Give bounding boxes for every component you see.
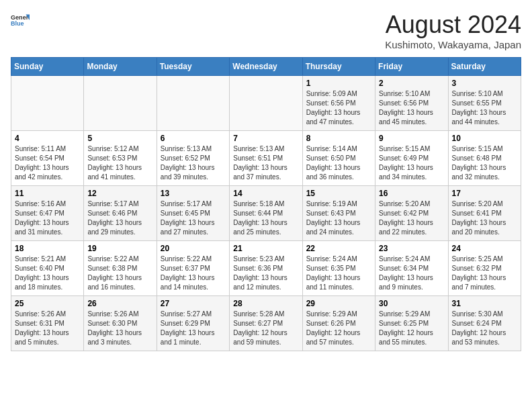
calendar-cell: 19Sunrise: 5:22 AM Sunset: 6:38 PM Dayli… xyxy=(84,241,157,296)
day-number: 5 xyxy=(87,134,152,143)
day-info: Sunrise: 5:26 AM Sunset: 6:31 PM Dayligh… xyxy=(15,310,80,347)
day-number: 26 xyxy=(87,299,152,308)
day-number: 4 xyxy=(15,134,80,143)
day-info: Sunrise: 5:25 AM Sunset: 6:32 PM Dayligh… xyxy=(452,255,517,292)
calendar-cell: 16Sunrise: 5:20 AM Sunset: 6:42 PM Dayli… xyxy=(375,186,448,241)
day-number: 6 xyxy=(161,134,226,143)
calendar-week-3: 11Sunrise: 5:16 AM Sunset: 6:47 PM Dayli… xyxy=(11,186,521,241)
day-info: Sunrise: 5:11 AM Sunset: 6:54 PM Dayligh… xyxy=(15,144,80,182)
day-number: 27 xyxy=(161,299,226,308)
calendar-cell: 1Sunrise: 5:09 AM Sunset: 6:56 PM Daylig… xyxy=(302,76,375,131)
calendar-cell: 13Sunrise: 5:17 AM Sunset: 6:45 PM Dayli… xyxy=(157,186,229,241)
day-info: Sunrise: 5:26 AM Sunset: 6:30 PM Dayligh… xyxy=(87,310,152,347)
day-info: Sunrise: 5:09 AM Sunset: 6:56 PM Dayligh… xyxy=(306,89,371,127)
day-number: 14 xyxy=(233,189,298,198)
day-number: 16 xyxy=(379,189,444,198)
calendar-cell: 24Sunrise: 5:25 AM Sunset: 6:32 PM Dayli… xyxy=(448,241,521,296)
day-number: 28 xyxy=(233,299,298,308)
day-number: 22 xyxy=(306,244,371,253)
page-subtitle: Kushimoto, Wakayama, Japan xyxy=(385,39,521,50)
calendar-cell: 31Sunrise: 5:30 AM Sunset: 6:24 PM Dayli… xyxy=(448,296,521,351)
weekday-row: SundayMondayTuesdayWednesdayThursdayFrid… xyxy=(11,58,521,76)
calendar-cell: 2Sunrise: 5:10 AM Sunset: 6:56 PM Daylig… xyxy=(375,76,448,131)
calendar-cell: 27Sunrise: 5:27 AM Sunset: 6:29 PM Dayli… xyxy=(157,296,229,351)
calendar-cell: 4Sunrise: 5:11 AM Sunset: 6:54 PM Daylig… xyxy=(11,131,84,186)
calendar-cell xyxy=(157,76,229,131)
calendar-body: 1Sunrise: 5:09 AM Sunset: 6:56 PM Daylig… xyxy=(11,76,521,351)
day-info: Sunrise: 5:17 AM Sunset: 6:45 PM Dayligh… xyxy=(161,199,226,237)
day-info: Sunrise: 5:10 AM Sunset: 6:56 PM Dayligh… xyxy=(379,89,444,127)
day-info: Sunrise: 5:27 AM Sunset: 6:29 PM Dayligh… xyxy=(161,310,226,347)
day-info: Sunrise: 5:17 AM Sunset: 6:46 PM Dayligh… xyxy=(87,199,152,237)
calendar-cell: 6Sunrise: 5:13 AM Sunset: 6:52 PM Daylig… xyxy=(157,131,229,186)
calendar-cell: 20Sunrise: 5:22 AM Sunset: 6:37 PM Dayli… xyxy=(157,241,229,296)
day-info: Sunrise: 5:13 AM Sunset: 6:52 PM Dayligh… xyxy=(161,144,226,182)
logo: General Blue xyxy=(11,11,30,30)
day-number: 23 xyxy=(379,244,444,253)
calendar-cell: 3Sunrise: 5:10 AM Sunset: 6:55 PM Daylig… xyxy=(448,76,521,131)
day-info: Sunrise: 5:20 AM Sunset: 6:42 PM Dayligh… xyxy=(379,199,444,237)
calendar-cell: 5Sunrise: 5:12 AM Sunset: 6:53 PM Daylig… xyxy=(84,131,157,186)
day-info: Sunrise: 5:19 AM Sunset: 6:43 PM Dayligh… xyxy=(306,199,371,237)
day-number: 7 xyxy=(233,134,298,143)
calendar-week-2: 4Sunrise: 5:11 AM Sunset: 6:54 PM Daylig… xyxy=(11,131,521,186)
calendar-cell: 10Sunrise: 5:15 AM Sunset: 6:48 PM Dayli… xyxy=(448,131,521,186)
day-number: 17 xyxy=(452,189,517,198)
day-number: 18 xyxy=(15,244,80,253)
day-info: Sunrise: 5:22 AM Sunset: 6:38 PM Dayligh… xyxy=(87,255,152,292)
calendar-cell xyxy=(11,76,84,131)
logo-icon: General Blue xyxy=(11,11,30,30)
day-number: 8 xyxy=(306,134,371,143)
title-area: August 2024 Kushimoto, Wakayama, Japan xyxy=(385,11,521,50)
day-number: 20 xyxy=(161,244,226,253)
day-number: 11 xyxy=(15,189,80,198)
day-info: Sunrise: 5:15 AM Sunset: 6:48 PM Dayligh… xyxy=(452,144,517,182)
day-number: 29 xyxy=(306,299,371,308)
calendar-cell: 18Sunrise: 5:21 AM Sunset: 6:40 PM Dayli… xyxy=(11,241,84,296)
day-number: 31 xyxy=(452,299,517,308)
calendar-cell: 8Sunrise: 5:14 AM Sunset: 6:50 PM Daylig… xyxy=(302,131,375,186)
page-title: August 2024 xyxy=(385,11,521,39)
calendar-cell: 29Sunrise: 5:29 AM Sunset: 6:26 PM Dayli… xyxy=(302,296,375,351)
day-number: 25 xyxy=(15,299,80,308)
day-number: 12 xyxy=(87,189,152,198)
day-info: Sunrise: 5:23 AM Sunset: 6:36 PM Dayligh… xyxy=(233,255,298,292)
calendar-week-5: 25Sunrise: 5:26 AM Sunset: 6:31 PM Dayli… xyxy=(11,296,521,351)
calendar-table: SundayMondayTuesdayWednesdayThursdayFrid… xyxy=(11,57,521,351)
calendar-cell: 7Sunrise: 5:13 AM Sunset: 6:51 PM Daylig… xyxy=(230,131,302,186)
weekday-header-wednesday: Wednesday xyxy=(230,58,302,76)
calendar-cell: 14Sunrise: 5:18 AM Sunset: 6:44 PM Dayli… xyxy=(230,186,302,241)
day-info: Sunrise: 5:24 AM Sunset: 6:35 PM Dayligh… xyxy=(306,255,371,292)
day-number: 24 xyxy=(452,244,517,253)
weekday-header-thursday: Thursday xyxy=(302,58,375,76)
calendar-cell: 30Sunrise: 5:29 AM Sunset: 6:25 PM Dayli… xyxy=(375,296,448,351)
svg-text:Blue: Blue xyxy=(11,20,24,27)
day-info: Sunrise: 5:13 AM Sunset: 6:51 PM Dayligh… xyxy=(233,144,298,182)
day-info: Sunrise: 5:20 AM Sunset: 6:41 PM Dayligh… xyxy=(452,199,517,237)
calendar-cell: 28Sunrise: 5:28 AM Sunset: 6:27 PM Dayli… xyxy=(230,296,302,351)
day-number: 30 xyxy=(379,299,444,308)
day-info: Sunrise: 5:29 AM Sunset: 6:26 PM Dayligh… xyxy=(306,310,371,347)
day-info: Sunrise: 5:30 AM Sunset: 6:24 PM Dayligh… xyxy=(452,310,517,347)
calendar-week-1: 1Sunrise: 5:09 AM Sunset: 6:56 PM Daylig… xyxy=(11,76,521,131)
calendar-cell: 25Sunrise: 5:26 AM Sunset: 6:31 PM Dayli… xyxy=(11,296,84,351)
calendar-cell: 15Sunrise: 5:19 AM Sunset: 6:43 PM Dayli… xyxy=(302,186,375,241)
day-info: Sunrise: 5:10 AM Sunset: 6:55 PM Dayligh… xyxy=(452,89,517,127)
day-info: Sunrise: 5:16 AM Sunset: 6:47 PM Dayligh… xyxy=(15,199,80,237)
day-number: 1 xyxy=(306,79,371,88)
calendar-cell: 12Sunrise: 5:17 AM Sunset: 6:46 PM Dayli… xyxy=(84,186,157,241)
day-info: Sunrise: 5:14 AM Sunset: 6:50 PM Dayligh… xyxy=(306,144,371,182)
day-info: Sunrise: 5:15 AM Sunset: 6:49 PM Dayligh… xyxy=(379,144,444,182)
day-info: Sunrise: 5:21 AM Sunset: 6:40 PM Dayligh… xyxy=(15,255,80,292)
day-info: Sunrise: 5:18 AM Sunset: 6:44 PM Dayligh… xyxy=(233,199,298,237)
day-info: Sunrise: 5:28 AM Sunset: 6:27 PM Dayligh… xyxy=(233,310,298,347)
day-info: Sunrise: 5:22 AM Sunset: 6:37 PM Dayligh… xyxy=(161,255,226,292)
day-number: 9 xyxy=(379,134,444,143)
calendar-cell: 26Sunrise: 5:26 AM Sunset: 6:30 PM Dayli… xyxy=(84,296,157,351)
day-number: 19 xyxy=(87,244,152,253)
day-info: Sunrise: 5:24 AM Sunset: 6:34 PM Dayligh… xyxy=(379,255,444,292)
header: General Blue August 2024 Kushimoto, Waka… xyxy=(11,11,521,50)
weekday-header-tuesday: Tuesday xyxy=(157,58,229,76)
day-number: 21 xyxy=(233,244,298,253)
weekday-header-friday: Friday xyxy=(375,58,448,76)
